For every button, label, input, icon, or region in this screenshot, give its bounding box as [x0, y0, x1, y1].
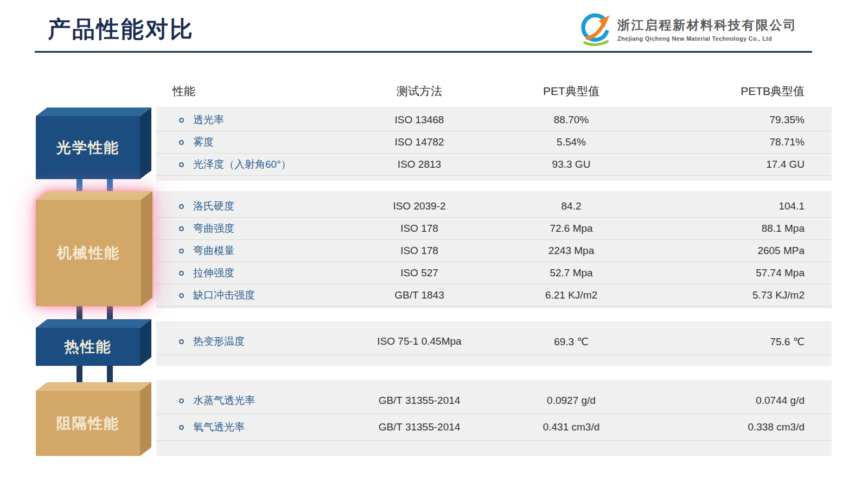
table-row: 热变形温度ISO 75-1 0.45Mpa69.3 ℃75.6 ℃: [156, 328, 832, 355]
test-method: ISO 2813: [335, 159, 503, 170]
property-label: 拉伸强度: [193, 266, 234, 280]
pet-value: 2243 Mpa: [503, 245, 639, 257]
property-label: 热变形温度: [193, 334, 245, 348]
bullet-icon: [179, 162, 184, 167]
property-label: 缺口冲击强度: [193, 288, 255, 302]
table-row: 拉伸强度ISO 52752.7 Mpa57.74 Mpa: [156, 262, 832, 284]
category-box-barrier: 阻隔性能: [36, 382, 151, 458]
test-method: ISO 14782: [335, 136, 503, 148]
bullet-icon: [179, 226, 184, 231]
petb-value: 79.35%: [639, 114, 832, 126]
table-row: 缺口冲击强度GB/T 18436.21 KJ/m25.73 KJ/m2: [156, 284, 832, 307]
section-panel-barrier: 水蒸气透光率GB/T 31355-20140.0927 g/d0.0744 g/…: [156, 380, 832, 456]
company-logo: 浙江启程新材料科技有限公司 Zhejiang Qicheng New Mater…: [577, 10, 805, 49]
property-label: 透光率: [193, 113, 224, 127]
table-row: 水蒸气透光率GB/T 31355-20140.0927 g/d0.0744 g/…: [156, 388, 832, 414]
pet-value: 0.431 cm3/d: [503, 421, 639, 433]
pet-value: 88.70%: [503, 114, 639, 126]
header-test-method: 测试方法: [335, 84, 503, 99]
bullet-icon: [179, 118, 184, 123]
petb-value: 57.74 Mpa: [639, 267, 832, 279]
pet-value: 93.3 GU: [503, 159, 639, 170]
category-label: 热性能: [64, 339, 112, 355]
category-box-mechanical: 机械性能: [36, 191, 152, 308]
test-method: ISO 527: [335, 267, 503, 279]
table-row: 氧气透光率GB/T 31355-20140.431 cm3/d0.338 cm3…: [156, 414, 832, 441]
pet-value: 0.0927 g/d: [503, 395, 639, 407]
bullet-icon: [179, 339, 184, 344]
petb-value: 2605 MPa: [639, 245, 832, 257]
bullet-icon: [179, 140, 184, 145]
property-cell: 缺口冲击强度: [156, 288, 335, 302]
header-property: 性能: [156, 84, 335, 99]
petb-value: 0.0744 g/d: [639, 395, 832, 407]
property-cell: 雾度: [156, 135, 335, 149]
category-box-thermal: 热性能: [36, 319, 151, 368]
bullet-icon: [179, 293, 184, 298]
category-label: 阻隔性能: [56, 415, 119, 432]
property-cell: 洛氏硬度: [156, 199, 335, 213]
qicheng-logo-icon: [577, 11, 614, 48]
petb-value: 5.73 KJ/m2: [639, 289, 832, 301]
section-panel-thermal: 热变形温度ISO 75-1 0.45Mpa69.3 ℃75.6 ℃: [156, 321, 832, 366]
petb-value: 17.4 GU: [639, 159, 832, 170]
property-cell: 水蒸气透光率: [156, 394, 335, 408]
category-label: 机械性能: [56, 245, 120, 261]
category-box-optical: 光学性能: [36, 107, 151, 181]
section-panel-optical: 透光率ISO 1346888.70%79.35%雾度ISO 147825.54%…: [156, 107, 832, 181]
bullet-icon: [179, 425, 184, 430]
petb-value: 104.1: [639, 200, 832, 212]
header-pet-typical: PET典型值: [503, 84, 639, 99]
test-method: GB/T 1843: [335, 289, 503, 301]
table-row: 洛氏硬度ISO 2039-284.2104.1: [156, 195, 832, 218]
property-cell: 热变形温度: [156, 334, 335, 348]
property-cell: 拉伸强度: [156, 266, 335, 280]
test-method: GB/T 31355-2014: [335, 421, 503, 433]
petb-value: 78.71%: [639, 136, 832, 148]
category-label: 光学性能: [55, 140, 119, 156]
property-label: 洛氏硬度: [193, 199, 234, 213]
property-label: 氧气透光率: [193, 420, 245, 434]
bullet-icon: [179, 271, 184, 276]
page-title: 产品性能对比: [48, 14, 194, 45]
test-method: ISO 75-1 0.45Mpa: [335, 335, 503, 347]
property-label: 弯曲强度: [193, 221, 234, 236]
title-underline: [35, 51, 812, 53]
table-row: 弯曲模量ISO 1782243 Mpa2605 MPa: [156, 240, 832, 262]
table-row: 雾度ISO 147825.54%78.71%: [156, 131, 832, 154]
property-cell: 弯曲强度: [156, 221, 335, 236]
petb-value: 88.1 Mpa: [639, 223, 832, 235]
bullet-icon: [179, 398, 184, 403]
table-row: 弯曲强度ISO 17872.6 Mpa88.1 Mpa: [156, 218, 832, 240]
property-label: 水蒸气透光率: [193, 394, 255, 408]
company-name-en: Zhejiang Qicheng New Material Technology…: [617, 35, 797, 42]
pet-value: 5.54%: [503, 136, 639, 148]
test-method: ISO 2039-2: [335, 200, 503, 212]
property-cell: 透光率: [156, 113, 335, 127]
bullet-icon: [179, 249, 184, 253]
pet-value: 69.3 ℃: [503, 335, 639, 348]
pet-value: 52.7 Mpa: [503, 267, 639, 279]
bullet-icon: [179, 204, 184, 209]
test-method: GB/T 31355-2014: [335, 395, 503, 407]
test-method: ISO 13468: [335, 114, 503, 126]
property-cell: 光泽度（入射角60°）: [156, 157, 335, 172]
test-method: ISO 178: [335, 223, 503, 235]
table-row: 透光率ISO 1346888.70%79.35%: [156, 109, 832, 131]
pet-value: 72.6 Mpa: [503, 223, 639, 235]
property-cell: 弯曲模量: [156, 244, 335, 258]
test-method: ISO 178: [335, 245, 503, 257]
company-name-cn: 浙江启程新材料科技有限公司: [617, 17, 797, 34]
petb-value: 0.338 cm3/d: [639, 421, 832, 433]
section-panel-mechanical: 洛氏硬度ISO 2039-284.2104.1弯曲强度ISO 17872.6 M…: [156, 191, 832, 308]
pet-value: 84.2: [503, 200, 639, 212]
property-label: 弯曲模量: [193, 244, 234, 258]
property-label: 雾度: [193, 135, 214, 149]
pet-value: 6.21 KJ/m2: [503, 289, 639, 301]
table-header-row: 性能 测试方法 PET典型值 PETB典型值: [156, 80, 832, 102]
header-petb-typical: PETB典型值: [639, 84, 832, 99]
petb-value: 75.6 ℃: [639, 335, 832, 348]
property-label: 光泽度（入射角60°）: [193, 157, 291, 172]
table-row: 光泽度（入射角60°）ISO 281393.3 GU17.4 GU: [156, 154, 832, 176]
property-cell: 氧气透光率: [156, 420, 335, 434]
